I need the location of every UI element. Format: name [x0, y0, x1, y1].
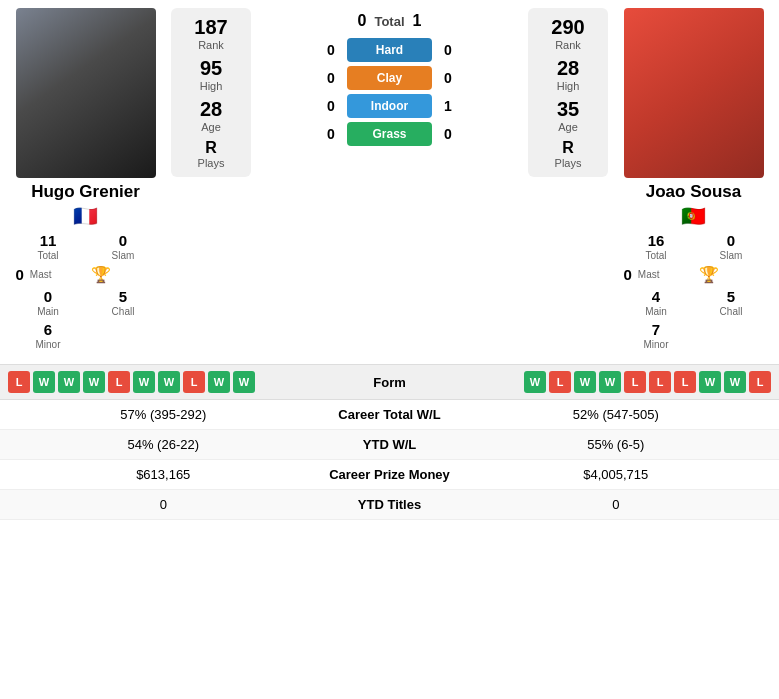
right-mast-value: 0	[624, 266, 632, 284]
surface-row-hard: 0 Hard 0	[255, 38, 524, 62]
form-label: Form	[350, 375, 430, 390]
form-left-badge-6: W	[158, 371, 180, 393]
left-minor-value: 6	[44, 321, 52, 339]
stat-row-2-left: $613,165	[12, 467, 315, 482]
right-player-column: Joao Sousa 🇵🇹 16 Total 0 Slam 0 Mast 🏆 4…	[616, 8, 771, 350]
form-right-badge-6: L	[674, 371, 696, 393]
form-left-badge-5: W	[133, 371, 155, 393]
stat-row-1-label: YTD W/L	[315, 437, 465, 452]
left-main-stat: 0 Main	[16, 288, 81, 317]
form-left-badge-7: L	[183, 371, 205, 393]
form-right-badge-5: L	[649, 371, 671, 393]
right-chall-value: 5	[727, 288, 735, 306]
left-age-label: Age	[201, 121, 221, 133]
right-high-value: 28	[557, 57, 579, 80]
right-center-box: 290 Rank 28 High 35 Age R Plays	[528, 8, 608, 177]
left-rank-label: Rank	[198, 39, 224, 51]
right-rank-value: 290	[551, 16, 584, 39]
total-label: Total	[374, 14, 404, 29]
left-player-name: Hugo Grenier	[31, 182, 140, 202]
left-age-stat: 28 Age	[200, 98, 222, 133]
left-player-flag: 🇫🇷	[73, 204, 98, 228]
stat-row-1-left: 54% (26-22)	[12, 437, 315, 452]
stat-row-2: $613,165 Career Prize Money $4,005,715	[0, 460, 779, 490]
right-slam-label: Slam	[720, 250, 743, 261]
left-plays-label: Plays	[198, 157, 225, 169]
surface-score-right-1: 0	[440, 70, 456, 86]
surface-btn-indoor[interactable]: Indoor	[347, 94, 432, 118]
left-chall-label: Chall	[112, 306, 135, 317]
stat-row-2-right: $4,005,715	[465, 467, 768, 482]
surface-btn-clay[interactable]: Clay	[347, 66, 432, 90]
form-right-badge-7: W	[699, 371, 721, 393]
stat-row-3-right: 0	[465, 497, 768, 512]
form-left: LWWWLWWLWW	[8, 371, 350, 393]
right-mast-stat: 0 Mast	[624, 265, 689, 284]
right-minor-label: Minor	[643, 339, 668, 350]
left-plays-value: R	[205, 139, 217, 157]
total-score-left: 0	[358, 12, 367, 30]
right-high-label: High	[557, 80, 580, 92]
right-player-flag: 🇵🇹	[681, 204, 706, 228]
right-total-stat: 16 Total	[624, 232, 689, 261]
right-plays-stat: R Plays	[555, 139, 582, 169]
left-player-photo	[16, 8, 156, 178]
surface-score-right-2: 1	[440, 98, 456, 114]
right-player-photo-bg	[624, 8, 764, 178]
stat-row-0-right: 52% (547-505)	[465, 407, 768, 422]
right-minor-value: 7	[652, 321, 660, 339]
left-mast-value: 0	[16, 266, 24, 284]
left-rank-value: 187	[194, 16, 227, 39]
form-left-badge-8: W	[208, 371, 230, 393]
main-container: Hugo Grenier 🇫🇷 11 Total 0 Slam 0 Mast 🏆…	[0, 0, 779, 520]
form-left-badge-4: L	[108, 371, 130, 393]
surface-btn-grass[interactable]: Grass	[347, 122, 432, 146]
left-mast-stat: 0 Mast	[16, 265, 81, 284]
left-age-value: 28	[200, 98, 222, 121]
right-total-label: Total	[645, 250, 666, 261]
stat-row-1: 54% (26-22) YTD W/L 55% (6-5)	[0, 430, 779, 460]
form-right-badge-3: W	[599, 371, 621, 393]
form-left-badge-9: W	[233, 371, 255, 393]
left-high-value: 95	[200, 57, 222, 80]
form-left-badge-0: L	[8, 371, 30, 393]
surface-score-left-2: 0	[323, 98, 339, 114]
form-left-badge-3: W	[83, 371, 105, 393]
form-right-badge-0: W	[524, 371, 546, 393]
surface-rows: 0 Hard 0 0 Clay 0 0 Indoor 1 0 Grass 0	[255, 38, 524, 146]
left-main-label: Main	[37, 306, 59, 317]
left-chall-stat: 5 Chall	[91, 288, 156, 317]
right-age-label: Age	[558, 121, 578, 133]
stat-row-0-left: 57% (395-292)	[12, 407, 315, 422]
right-rank-stat: 290 Rank	[551, 16, 584, 51]
right-rank-label: Rank	[555, 39, 581, 51]
left-slam-value: 0	[119, 232, 127, 250]
surface-score-right-3: 0	[440, 126, 456, 142]
surface-score-left-1: 0	[323, 70, 339, 86]
form-right-badge-1: L	[549, 371, 571, 393]
total-score-right: 1	[413, 12, 422, 30]
stat-row-3-left: 0	[12, 497, 315, 512]
header-area: Hugo Grenier 🇫🇷 11 Total 0 Slam 0 Mast 🏆…	[0, 0, 779, 358]
left-center-box: 187 Rank 95 High 28 Age R Plays	[171, 8, 251, 177]
surface-btn-hard[interactable]: Hard	[347, 38, 432, 62]
right-slam-value: 0	[727, 232, 735, 250]
right-plays-value: R	[562, 139, 574, 157]
form-right-badge-9: L	[749, 371, 771, 393]
center-inner: 187 Rank 95 High 28 Age R Plays	[171, 8, 608, 177]
surface-score-left-3: 0	[323, 126, 339, 142]
center-column: 187 Rank 95 High 28 Age R Plays	[167, 8, 612, 350]
left-total-label: Total	[37, 250, 58, 261]
left-total-value: 11	[40, 232, 57, 250]
right-chall-stat: 5 Chall	[699, 288, 764, 317]
stat-row-0: 57% (395-292) Career Total W/L 52% (547-…	[0, 400, 779, 430]
form-right: WLWWLLLWWL	[430, 371, 772, 393]
right-slam-stat: 0 Slam	[699, 232, 764, 261]
left-minor-label: Minor	[35, 339, 60, 350]
surfaces-section: 0 Total 1 0 Hard 0 0 Clay 0 0 Indoor 1 0…	[255, 8, 524, 177]
surface-score-left-0: 0	[323, 42, 339, 58]
right-trophy-icon: 🏆	[699, 265, 764, 284]
left-player-photo-bg	[16, 8, 156, 178]
right-plays-label: Plays	[555, 157, 582, 169]
stats-rows: 57% (395-292) Career Total W/L 52% (547-…	[0, 400, 779, 520]
